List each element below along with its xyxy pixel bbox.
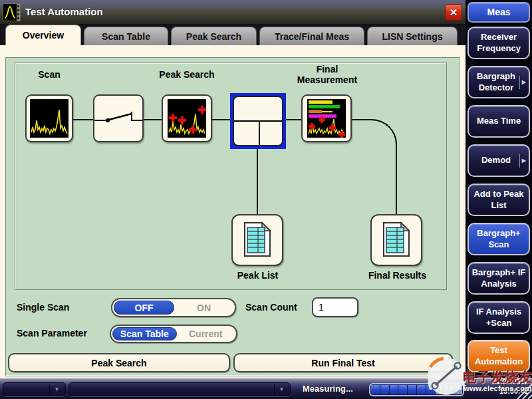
tab-peak-search[interactable]: Peak Search (171, 27, 257, 45)
junction-box (233, 96, 283, 146)
status-text: Measuring... (303, 384, 353, 394)
scan-count-input[interactable] (312, 297, 358, 317)
softkey-if-analysis-scan[interactable]: IF Analysis +Scan (467, 301, 530, 334)
single-scan-off-option[interactable]: OFF (114, 301, 174, 315)
tab-overview[interactable]: Overview (5, 25, 81, 45)
status-combo-message[interactable]: ▼ (68, 382, 291, 396)
scan-switch-node[interactable] (93, 94, 144, 142)
tab-lisn-settings[interactable]: LISN Settings (367, 27, 458, 45)
softkey-demod[interactable]: Demod▶ (467, 144, 530, 177)
scan-trace-icon (30, 99, 68, 138)
submenu-arrow-icon: ▶ (519, 76, 527, 89)
tab-bar: Overview Scan Table Peak Search Trace/Fi… (0, 25, 466, 45)
dropdown-arrow-icon[interactable]: ▼ (274, 384, 289, 394)
softkey-bargraph-if-analysis[interactable]: Bargraph+ IF Analysis (467, 262, 530, 295)
run-final-test-button[interactable]: Run Final Test (233, 353, 453, 372)
status-bar: ▼ ▼ Measuring... 21.04.2012 13:50:42 (0, 378, 532, 399)
scan-parameter-scan-table-option[interactable]: Scan Table (112, 327, 177, 340)
softkey-receiver-frequency[interactable]: Receiver Frequency (467, 27, 530, 59)
softkey-add-to-peak-list[interactable]: Add to Peak List (467, 184, 530, 216)
peak-list-node[interactable] (231, 214, 283, 266)
submenu-arrow-icon: ▶ (519, 154, 527, 168)
softkey-meas-time[interactable]: Meas Time (467, 105, 530, 138)
window-title: Test Automation (25, 6, 103, 17)
switch-icon (94, 96, 142, 141)
single-scan-on-option[interactable]: ON (174, 301, 233, 315)
peak-search-trace-icon (168, 99, 206, 138)
instrument-screen: Test Automation ✕ Overview Scan Table Pe… (0, 0, 532, 399)
final-results-label: Final Results (352, 270, 442, 281)
scan-parameter-label: Scan Parameter (17, 328, 87, 338)
peak-list-label: Peak List (219, 270, 296, 281)
tab-scan-table[interactable]: Scan Table (84, 27, 168, 45)
softkey-bargraph-detector[interactable]: Bargraph Detector▶ (467, 66, 530, 98)
scan-count-label: Scan Count (245, 302, 297, 313)
final-measurement-icon (307, 99, 346, 138)
peak-search-button[interactable]: Peak Search (8, 353, 230, 372)
flow-line-final-results (396, 166, 397, 215)
softkey-bargraph-scan[interactable]: Bargraph+ Scan (467, 223, 530, 255)
progress-bar (369, 383, 464, 396)
final-measurement-label: Final Measurement (287, 64, 367, 85)
peak-search-label: Peak Search (150, 69, 224, 80)
single-scan-toggle[interactable]: OFF ON (111, 298, 236, 317)
close-button[interactable]: ✕ (445, 4, 462, 21)
app-icon (3, 3, 21, 21)
peak-search-node[interactable] (162, 94, 212, 142)
overview-page: Scan Peak Search Final Measurement (0, 45, 466, 378)
scan-label: Scan (23, 69, 76, 80)
final-measurement-node[interactable] (301, 94, 352, 142)
status-combo-left[interactable]: ▼ (3, 382, 66, 396)
scan-node[interactable] (25, 94, 73, 142)
softkey-menu-header[interactable]: Meas (467, 2, 530, 23)
tab-trace-final-meas[interactable]: Trace/Final Meas (259, 27, 364, 45)
softkey-test-automation[interactable]: Test Automation (467, 340, 530, 372)
resize-grip[interactable] (515, 382, 532, 399)
scan-parameter-toggle[interactable]: Scan Table Current (110, 325, 237, 343)
peak-list-doc-icon (242, 221, 273, 259)
final-results-doc-icon (381, 221, 412, 259)
scan-parameter-current-option[interactable]: Current (177, 327, 235, 340)
final-results-node[interactable] (370, 214, 422, 266)
flow-line-peak-list (257, 146, 258, 215)
softkey-sidebar: Meas Receiver Frequency Bargraph Detecto… (466, 0, 532, 399)
title-bar: Test Automation ✕ (0, 0, 466, 25)
junction-node-selected[interactable] (230, 93, 286, 149)
single-scan-label: Single Scan (17, 302, 69, 313)
dropdown-arrow-icon[interactable]: ▼ (49, 384, 64, 394)
